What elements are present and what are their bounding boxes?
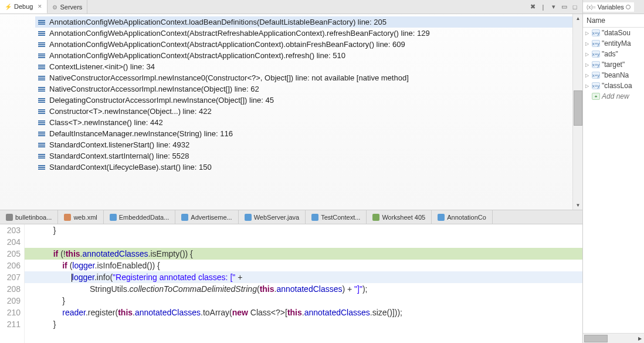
line-number: 208 — [0, 283, 21, 295]
svg-rect-20 — [38, 90, 45, 92]
close-icon[interactable]: ✕ — [38, 4, 42, 9]
stack-frame[interactable]: AnnotationConfigWebApplicationContext(Ab… — [35, 28, 572, 39]
editor-tab[interactable]: bulletinboa... — [0, 210, 58, 224]
file-icon — [438, 214, 445, 221]
variable-row[interactable]: ▷x+y"classLoa — [583, 80, 644, 91]
variables-column-name[interactable]: Name — [583, 14, 644, 28]
svg-rect-34 — [38, 144, 45, 146]
stack-frame[interactable]: StandardContext.startInternal() line: 55… — [35, 150, 572, 162]
svg-rect-1 — [38, 22, 45, 23]
minimize-icon[interactable]: ▭ — [560, 3, 568, 11]
stack-frame-icon — [38, 86, 46, 93]
horizontal-scrollbar[interactable]: ▶ — [583, 333, 644, 343]
editor-tab[interactable]: AnnotationCo — [432, 210, 493, 224]
debug-toolbar: ✖ | ▾ ▭ □ — [528, 3, 582, 11]
editor-tab[interactable]: Advertiseme... — [175, 210, 238, 224]
stack-frame[interactable]: AnnotationConfigWebApplicationContext(Ab… — [35, 39, 572, 50]
svg-rect-7 — [38, 44, 45, 45]
svg-rect-38 — [38, 157, 45, 159]
svg-rect-24 — [38, 109, 45, 110]
stack-frame-icon — [38, 142, 46, 149]
variables-tabbar: (x)= Variables — [583, 0, 644, 14]
editor-tab[interactable]: web.xml — [58, 210, 103, 224]
expand-icon[interactable]: ▷ — [585, 83, 590, 89]
expand-icon[interactable]: ▷ — [585, 52, 590, 57]
file-icon — [110, 214, 117, 221]
variable-name: "target" — [602, 60, 625, 69]
svg-rect-16 — [38, 78, 45, 79]
variables-list[interactable]: ▷x+y"dataSou▷x+y"entityMa▷x+y"ads"▷x+y"t… — [583, 28, 644, 333]
scroll-thumb[interactable] — [584, 335, 608, 342]
stack-frame[interactable]: NativeConstructorAccessorImpl.newInstanc… — [35, 83, 572, 95]
svg-rect-35 — [38, 146, 45, 147]
file-icon — [64, 214, 71, 221]
scroll-down-icon[interactable]: ▼ — [574, 201, 582, 210]
editor-tab[interactable]: TestContext... — [306, 210, 367, 224]
line-number: 211 — [0, 318, 21, 330]
expand-icon[interactable]: ▷ — [585, 62, 590, 68]
expand-icon[interactable]: ▷ — [585, 31, 590, 36]
variable-row[interactable]: ▷x+y"dataSou — [583, 28, 644, 38]
breakpoints-icon[interactable] — [626, 5, 631, 9]
stack-frame[interactable]: Class<T>.newInstance() line: 442 — [35, 117, 572, 128]
stack-frame-label: DefaultInstanceManager.newInstance(Strin… — [49, 129, 233, 138]
file-icon — [6, 214, 13, 221]
svg-rect-10 — [38, 55, 45, 56]
expand-icon[interactable]: ▷ — [585, 73, 590, 78]
variable-row[interactable]: ▷x+y"entityMa — [583, 38, 644, 49]
stack-frame-label: NativeConstructorAccessorImpl.newInstanc… — [49, 85, 259, 93]
stack-frame[interactable]: NativeConstructorAccessorImpl.newInstanc… — [35, 72, 572, 83]
editor-tab[interactable]: WebServer.java — [239, 210, 306, 224]
stack-frame[interactable]: DelegatingConstructorAccessorImpl.newIns… — [35, 95, 572, 106]
tab-label: Debug — [14, 3, 33, 10]
editor-tab[interactable]: EmbeddedData... — [104, 210, 176, 224]
stack-frame[interactable]: Constructor<T>.newInstance(Object...) li… — [35, 106, 572, 117]
code-line: if (logger.isInfoEnabled()) { — [25, 260, 582, 271]
source-editor[interactable]: 203204205206207208209210211 } if (!this.… — [0, 224, 582, 343]
editor-tab[interactable]: Worksheet 405 — [367, 210, 432, 224]
scroll-up-icon[interactable]: ▲ — [574, 14, 582, 23]
code-line: } — [25, 224, 582, 236]
expand-icon[interactable]: ▷ — [585, 41, 590, 46]
line-number: 203 — [0, 224, 21, 236]
line-number: 209 — [0, 295, 21, 307]
variables-tab[interactable]: (x)= Variables — [583, 2, 634, 12]
view-menu-icon[interactable]: ▾ — [550, 3, 558, 11]
scroll-right-icon[interactable]: ▶ — [636, 334, 644, 342]
svg-rect-2 — [38, 23, 45, 25]
variable-name: "classLoa — [602, 82, 632, 90]
line-number: 210 — [0, 307, 21, 318]
stack-frame[interactable]: DefaultInstanceManager.newInstance(Strin… — [35, 128, 572, 139]
variable-row[interactable]: ▷x+y"beanNa — [583, 70, 644, 80]
variable-row[interactable]: ▷x+y"target" — [583, 59, 644, 70]
svg-rect-31 — [38, 133, 45, 134]
stack-frame[interactable]: AnnotationConfigWebApplicationContext(Ab… — [35, 50, 572, 61]
remove-terminated-icon[interactable]: ✖ — [528, 3, 537, 11]
stack-frame-icon — [38, 30, 46, 37]
stack-frames-list[interactable]: AnnotationConfigWebApplicationContext.lo… — [0, 14, 572, 210]
stack-frame-label: AnnotationConfigWebApplicationContext(Ab… — [49, 40, 405, 49]
variable-row[interactable]: ▷x+y"ads" — [583, 49, 644, 59]
svg-rect-25 — [38, 111, 45, 112]
stack-frame-label: AnnotationConfigWebApplicationContext.lo… — [49, 18, 387, 26]
svg-rect-19 — [38, 89, 45, 90]
line-number: 207 — [0, 271, 21, 283]
editor-tab-label: EmbeddedData... — [119, 214, 170, 221]
line-number: 205 — [0, 248, 21, 260]
scroll-thumb[interactable] — [574, 90, 582, 126]
stack-frame[interactable]: StandardContext(LifecycleBase).start() l… — [35, 162, 572, 173]
plus-icon: + — [592, 93, 600, 100]
stack-frame[interactable]: ContextListener.<init>() line: 34 — [35, 61, 572, 72]
stack-frame[interactable]: AnnotationConfigWebApplicationContext.lo… — [35, 16, 572, 28]
tab-servers[interactable]: Servers — [48, 0, 87, 14]
svg-rect-12 — [38, 65, 45, 66]
maximize-icon[interactable]: □ — [571, 3, 579, 11]
tab-debug[interactable]: Debug✕ — [0, 0, 48, 14]
svg-rect-22 — [38, 100, 45, 101]
editor-tab-label: TestContext... — [321, 214, 360, 221]
vertical-scrollbar[interactable]: ▲ ▼ — [572, 14, 582, 210]
variable-icon: x+y — [592, 29, 600, 36]
add-expression-row[interactable]: +Add new — [583, 91, 644, 102]
stack-frame[interactable]: StandardContext.listenerStart() line: 49… — [35, 139, 572, 150]
code-area[interactable]: } if (!this.annotatedClasses.isEmpty()) … — [25, 224, 582, 343]
